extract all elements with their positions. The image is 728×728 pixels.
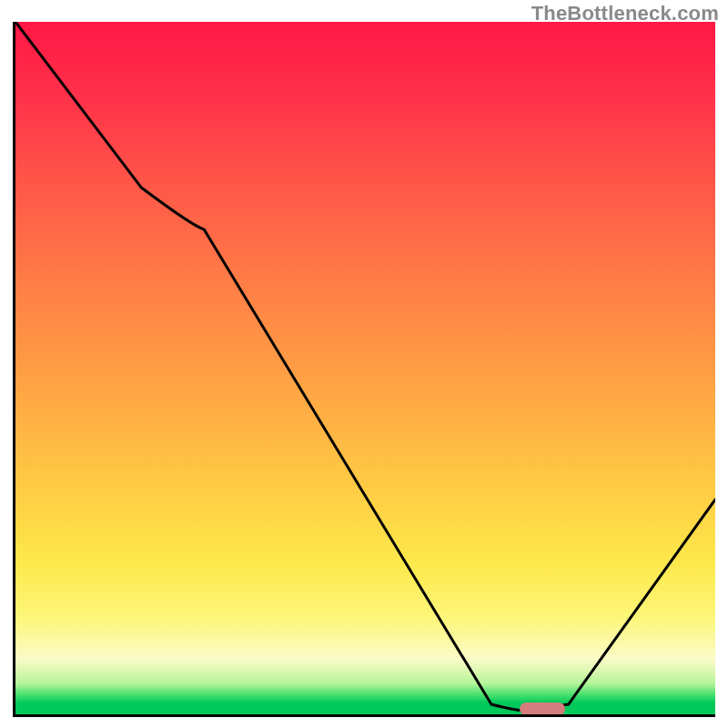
chart-frame: TheBottleneck.com: [0, 0, 728, 728]
curve-path: [15, 22, 715, 711]
bottleneck-curve: [15, 22, 715, 714]
plot-area: [13, 22, 715, 717]
optimal-marker: [520, 703, 565, 715]
